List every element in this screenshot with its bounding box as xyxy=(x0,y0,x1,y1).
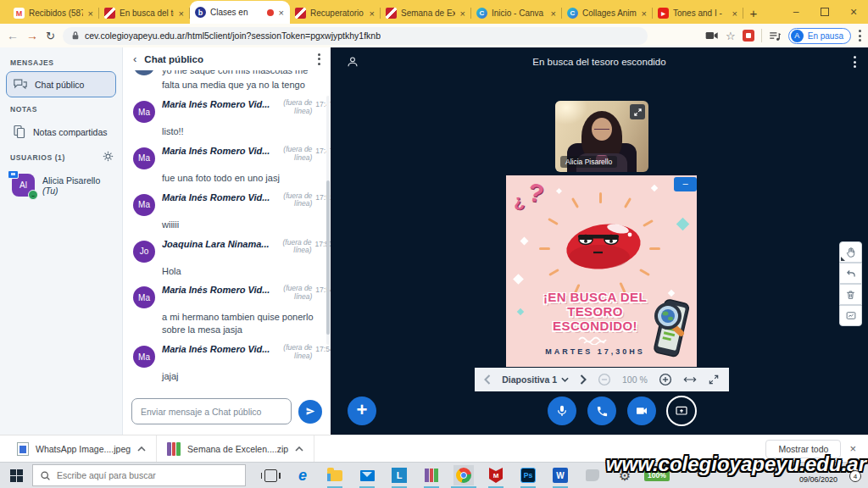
undo-annotation-button[interactable] xyxy=(839,263,862,284)
mute-microphone-button[interactable] xyxy=(548,396,576,425)
lock-icon xyxy=(71,30,80,41)
browser-tab[interactable]: Semana de Ex × xyxy=(381,3,471,24)
extension-icon[interactable] xyxy=(743,30,754,42)
tab-close-icon[interactable]: × xyxy=(87,8,94,19)
minimize-presentation-button[interactable] xyxy=(674,177,697,191)
bookmark-star-icon[interactable]: ☆ xyxy=(726,30,736,42)
tab-camera-indicator-icon[interactable] xyxy=(705,30,719,41)
message-text: a mi hermano tambien quise ponerlo sobre… xyxy=(162,311,331,336)
download-item[interactable]: Semana de Excelen....zip xyxy=(157,435,314,462)
previous-slide-icon[interactable] xyxy=(484,374,491,385)
tab-favicon-icon xyxy=(104,8,115,19)
chat-scrollbar[interactable] xyxy=(326,96,330,345)
hand-tool-button[interactable] xyxy=(839,241,862,263)
taskbar-app-icon[interactable] xyxy=(389,465,409,485)
next-slide-icon[interactable] xyxy=(580,374,587,385)
taskbar-app-icon[interactable] xyxy=(518,465,538,485)
notification-count-badge[interactable]: 4 xyxy=(849,470,861,482)
chat-back-icon[interactable]: ‹ xyxy=(133,53,136,65)
download-item[interactable]: WhatsApp Image....jpeg xyxy=(7,435,157,462)
webcam-video[interactable]: Alicia Pisarello xyxy=(555,101,648,172)
tab-favicon-icon xyxy=(567,8,578,19)
window-close-button[interactable] xyxy=(839,0,868,24)
presenter-person-icon[interactable] xyxy=(346,55,359,69)
forward-button[interactable]: → xyxy=(26,30,38,42)
chat-message-input[interactable] xyxy=(131,398,292,424)
tab-favicon-icon xyxy=(295,8,306,19)
chevron-up-icon[interactable] xyxy=(295,446,303,452)
stage-options-icon[interactable] xyxy=(853,56,856,68)
browser-tab[interactable]: Inicio - Canva × xyxy=(471,3,562,24)
browser-tab[interactable]: Collages Anim × xyxy=(562,3,653,24)
browser-tab[interactable]: Recuperatorio × xyxy=(290,3,381,24)
sidebar-item-shared-notes[interactable]: Notas compartidas xyxy=(6,118,116,146)
zoom-in-icon[interactable] xyxy=(659,373,672,386)
start-button[interactable] xyxy=(0,463,32,488)
multi-user-whiteboard-button[interactable] xyxy=(839,305,862,326)
users-settings-gear-icon[interactable] xyxy=(103,151,114,162)
share-webcam-button[interactable] xyxy=(627,396,656,425)
message-status: (fuera de línea) xyxy=(273,192,312,209)
message-sender: Maria Inés Romero Vid... xyxy=(162,146,270,156)
taskbar-date[interactable]: 09/06/2020 xyxy=(799,475,837,484)
chat-header: ‹ Chat público xyxy=(123,47,331,70)
tab-close-icon[interactable]: × xyxy=(369,8,376,19)
tab-title: Inicio - Canva xyxy=(492,8,546,18)
fit-width-icon[interactable] xyxy=(683,374,697,385)
chat-message: Ma Maria Inés Romero Vid... (fuera de lí… xyxy=(133,285,322,336)
leave-audio-button[interactable] xyxy=(587,396,616,425)
reload-button[interactable]: ↻ xyxy=(46,30,55,42)
tab-close-icon[interactable]: × xyxy=(732,8,738,19)
bbb-sidebar: MENSAJES Chat público NOTAS Notas compar… xyxy=(0,47,123,435)
fullscreen-icon[interactable] xyxy=(708,374,720,385)
browser-tab[interactable]: En busca del te × xyxy=(99,3,190,24)
profile-chip[interactable]: A En pausa xyxy=(788,28,851,44)
taskbar-app-icon[interactable] xyxy=(421,465,442,485)
sidebar-item-public-chat[interactable]: Chat público xyxy=(6,71,116,97)
address-bar[interactable]: cev.colegioyapeyu.edu.ar/html5client/joi… xyxy=(63,27,648,45)
send-message-button[interactable] xyxy=(298,400,322,424)
window-minimize-button[interactable] xyxy=(782,0,810,24)
browser-tab[interactable]: Clases en × xyxy=(190,1,290,24)
chat-title: Chat público xyxy=(144,54,203,64)
share-screen-button[interactable] xyxy=(666,396,697,426)
tab-close-icon[interactable]: × xyxy=(278,8,285,18)
tab-close-icon[interactable]: × xyxy=(178,8,185,19)
tab-close-icon[interactable]: × xyxy=(550,8,557,19)
browser-tab[interactable]: Recibidos (587 × xyxy=(8,3,99,24)
taskbar-app-icon[interactable] xyxy=(486,465,506,485)
user-list-item[interactable]: Al Alicia Pisarello (Tu) xyxy=(6,169,116,201)
screen-share-badge-icon xyxy=(8,170,19,179)
tab-close-icon[interactable]: × xyxy=(641,8,648,19)
chat-message-list[interactable]: yo me saque con mis mascotas me falta un… xyxy=(123,70,331,391)
taskbar-app-icon[interactable] xyxy=(582,465,603,485)
media-controls-icon[interactable] xyxy=(769,30,782,42)
taskbar-app-icon[interactable] xyxy=(357,465,377,485)
chat-message: Ma Maria Inés Romero Vid... (fuera de lí… xyxy=(133,344,322,383)
taskbar-app-icon[interactable] xyxy=(260,465,281,485)
taskbar-app-icon[interactable] xyxy=(453,465,474,485)
message-time: 17:54 xyxy=(315,345,331,353)
back-button[interactable]: ← xyxy=(7,30,19,42)
slide-selector-dropdown[interactable]: Diapositiva 1 xyxy=(502,374,569,385)
webcam-fullscreen-icon[interactable] xyxy=(630,104,645,119)
tab-title: Recuperatorio xyxy=(310,8,364,18)
notes-header: NOTAS xyxy=(10,105,112,114)
taskbar-app-icon[interactable] xyxy=(550,465,570,485)
actions-plus-button[interactable] xyxy=(348,396,376,425)
zoom-out-icon[interactable] xyxy=(598,373,611,386)
window-restore-button[interactable] xyxy=(810,0,839,24)
taskbar-app-icon[interactable] xyxy=(325,465,345,485)
browser-tab[interactable]: Tones and I - × xyxy=(653,3,743,24)
screen: Recibidos (587 × En busca del te × Clase… xyxy=(0,0,868,488)
taskbar-app-icon[interactable] xyxy=(292,465,313,485)
taskbar-search-input[interactable] xyxy=(57,470,238,480)
chat-options-icon[interactable] xyxy=(317,53,320,65)
message-text: Hola xyxy=(162,265,331,278)
chevron-up-icon[interactable] xyxy=(137,446,146,452)
browser-menu-icon[interactable] xyxy=(858,30,861,42)
tab-close-icon[interactable]: × xyxy=(459,8,466,19)
new-tab-button[interactable] xyxy=(743,3,764,23)
clear-annotations-button[interactable] xyxy=(839,284,862,305)
taskbar-search[interactable] xyxy=(32,464,246,486)
